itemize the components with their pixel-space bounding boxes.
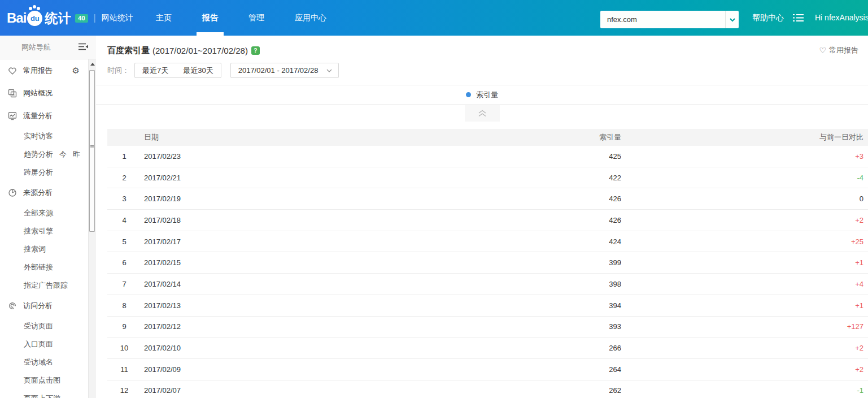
sidebar-item-label: 趋势分析 xyxy=(24,149,53,159)
row-day-over-day: -1 xyxy=(621,386,868,395)
scrollbar-thumb[interactable] xyxy=(89,70,95,232)
sidebar-item-label: 搜索引擎 xyxy=(24,226,53,236)
nav-tab-主页[interactable]: 主页 xyxy=(151,0,176,36)
logo-text-bai: Bai xyxy=(7,10,26,26)
row-index: 7 xyxy=(107,280,141,288)
row-date: 2017/02/17 xyxy=(141,237,457,246)
row-index-volume: 426 xyxy=(457,194,621,203)
row-index: 9 xyxy=(107,322,141,331)
sidebar-item-label: 网站概况 xyxy=(23,88,53,98)
row-day-over-day: +2 xyxy=(621,365,868,374)
chevron-down-icon xyxy=(326,68,333,73)
row-date: 2017/02/13 xyxy=(141,301,457,310)
sidebar-item-label: 页面点击图 xyxy=(24,375,60,386)
overview-icon xyxy=(7,89,18,98)
report-list-icon[interactable] xyxy=(793,14,804,24)
row-index-volume: 425 xyxy=(457,152,621,161)
sidebar-item-受访页面[interactable]: 受访页面 xyxy=(0,317,88,335)
site-selector-value: nfex.com xyxy=(600,15,725,24)
row-index-volume: 393 xyxy=(457,322,621,331)
row-day-over-day: +4 xyxy=(621,280,868,288)
row-index-volume: 422 xyxy=(457,174,621,182)
row-index: 6 xyxy=(107,258,141,267)
sidebar-item-实时访客[interactable]: 实时访客 xyxy=(0,127,88,145)
sidebar-item-搜索词[interactable]: 搜索词 xyxy=(0,240,88,258)
sidebar-item-外部链接[interactable]: 外部链接 xyxy=(0,258,88,276)
row-date: 2017/02/21 xyxy=(141,174,457,182)
row-date: 2017/02/12 xyxy=(141,322,457,331)
sidebar-item-跨屏分析[interactable]: 跨屏分析 xyxy=(0,163,88,181)
rings-icon xyxy=(7,301,18,310)
sidebar-quick-link-昨[interactable]: 昨 xyxy=(73,149,80,159)
report-title-row: 百度索引量 (2017/02/01~2017/02/28) ? ♡ 常用报告 xyxy=(107,44,858,57)
sidebar-item-入口页面[interactable]: 入口页面 xyxy=(0,335,88,353)
row-index: 10 xyxy=(107,344,141,352)
sidebar-item-label: 外部链接 xyxy=(24,262,53,272)
row-date: 2017/02/15 xyxy=(141,258,457,267)
sidebar-menu: 常用报告⚙网站概况流量分析实时访客趋势分析今昨跨屏分析来源分析全部来源搜索引擎搜… xyxy=(0,59,88,398)
sidebar-item-受访域名[interactable]: 受访域名 xyxy=(0,353,88,371)
help-badge-icon[interactable]: ? xyxy=(251,46,260,55)
last-30-days-button[interactable]: 最近30天 xyxy=(176,63,220,77)
sidebar-scrollbar[interactable] xyxy=(88,59,96,398)
column-header-day-over-day: 与前一日对比 xyxy=(621,132,868,142)
sidebar-item-流量分析[interactable]: 流量分析 xyxy=(0,105,88,127)
row-day-over-day: +25 xyxy=(621,237,868,246)
sidebar-item-来源分析[interactable]: 来源分析 xyxy=(0,181,88,204)
sidebar-item-访问分析[interactable]: 访问分析 xyxy=(0,295,88,317)
row-date: 2017/02/09 xyxy=(141,365,457,374)
index-volume-table: 日期 索引量 与前一日对比 12017/02/23425+322017/02/2… xyxy=(107,129,868,398)
logo-text-tongji: 统计 xyxy=(45,10,71,27)
sidebar-item-搜索引擎[interactable]: 搜索引擎 xyxy=(0,222,88,240)
column-header-index-volume: 索引量 xyxy=(457,132,621,142)
sidebar-collapse-icon[interactable] xyxy=(78,43,88,52)
row-index: 2 xyxy=(107,174,141,182)
sidebar-item-网站概况[interactable]: 网站概况 xyxy=(0,82,88,105)
user-greeting[interactable]: Hi nfexAnalysis xyxy=(815,0,868,36)
table-row: 12017/02/23425+3 xyxy=(107,146,868,167)
row-index: 4 xyxy=(107,216,141,224)
sidebar-item-趋势分析[interactable]: 趋势分析今昨 xyxy=(0,145,88,163)
favorite-report-link[interactable]: ♡ 常用报告 xyxy=(819,45,858,55)
sidebar-quick-link-今[interactable]: 今 xyxy=(59,149,67,159)
row-day-over-day: +1 xyxy=(621,301,868,310)
sidebar-item-指定广告跟踪[interactable]: 指定广告跟踪 xyxy=(0,276,88,295)
baidu-tongji-logo[interactable]: Bai du 统计 40 | 网站统计 xyxy=(7,8,133,28)
chart-legend[interactable]: 索引量 xyxy=(96,85,868,105)
row-date: 2017/02/18 xyxy=(141,216,457,224)
gear-icon[interactable]: ⚙ xyxy=(72,66,80,76)
collapse-chart-button[interactable] xyxy=(465,105,500,122)
sidebar-item-页面上下游[interactable]: 页面上下游 xyxy=(0,390,88,398)
row-day-over-day: 0 xyxy=(621,194,868,203)
sidebar-item-label: 受访域名 xyxy=(24,357,53,367)
product-name: 网站统计 xyxy=(102,13,133,23)
sidebar-item-全部来源[interactable]: 全部来源 xyxy=(0,204,88,222)
date-range-picker[interactable]: 2017/02/01 - 2017/02/28 xyxy=(230,63,339,78)
row-index: 8 xyxy=(107,301,141,310)
help-center-link[interactable]: 帮助中心 xyxy=(752,0,784,36)
app-header: Bai du 统计 40 | 网站统计 主页报告管理应用中心 nfex.com … xyxy=(0,0,868,36)
main-content: 百度索引量 (2017/02/01~2017/02/28) ? ♡ 常用报告 时… xyxy=(96,36,868,398)
row-index: 11 xyxy=(107,365,141,374)
baidu-paw-icon: du xyxy=(27,11,42,26)
site-selector[interactable]: nfex.com xyxy=(600,11,739,28)
row-index-volume: 426 xyxy=(457,216,621,224)
title-date-range: (2017/02/01~2017/02/28) xyxy=(152,46,248,55)
nav-tab-应用中心[interactable]: 应用中心 xyxy=(290,0,331,36)
chevron-down-icon[interactable] xyxy=(725,11,739,28)
quick-range-group: 最近7天 最近30天 xyxy=(134,63,221,78)
row-day-over-day: +2 xyxy=(621,216,868,224)
sidebar-item-label: 常用报告 xyxy=(23,66,53,76)
date-range-value: 2017/02/01 - 2017/02/28 xyxy=(238,66,319,75)
scrollbar-up-button[interactable] xyxy=(89,59,96,69)
nav-tab-报告[interactable]: 报告 xyxy=(198,0,223,36)
header-nav: 主页报告管理应用中心 xyxy=(151,0,331,36)
row-index-volume: 266 xyxy=(457,344,621,352)
sidebar-item-label: 实时访客 xyxy=(24,131,53,141)
last-7-days-button[interactable]: 最近7天 xyxy=(135,63,176,77)
table-row: 32017/02/194260 xyxy=(107,188,868,210)
nav-tab-管理[interactable]: 管理 xyxy=(244,0,269,36)
sidebar-item-页面点击图[interactable]: 页面点击图 xyxy=(0,371,88,390)
sidebar-item-label: 来源分析 xyxy=(23,188,53,198)
sidebar-item-常用报告[interactable]: 常用报告⚙ xyxy=(0,59,88,82)
